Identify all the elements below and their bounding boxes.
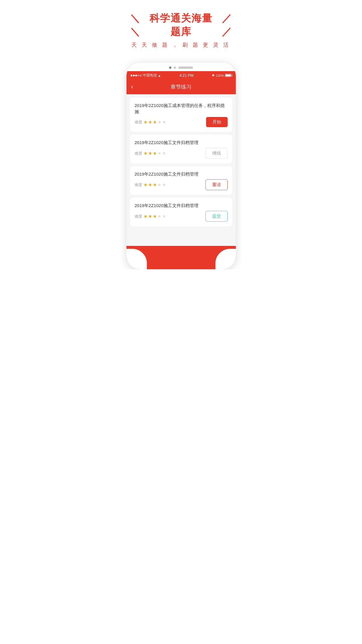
difficulty-2: 难度 ★ ★ ★ ★ ★	[135, 150, 166, 156]
phone-container: 中国电信 ▲ 4:21 PM ✱ 100% ‹ 章节练习	[121, 57, 241, 269]
curve-left	[126, 249, 147, 269]
signal-dot-1	[131, 75, 132, 76]
stars-4: ★ ★ ★ ★ ★	[143, 214, 166, 219]
continue-button-2[interactable]: 继续	[205, 148, 228, 159]
signal-dot-4	[138, 75, 139, 76]
signal-dot-3	[135, 75, 137, 76]
promo-title-text: 科学通关海量题库	[147, 12, 215, 38]
page-indicator-dot-2	[174, 66, 176, 69]
card-title-1: 2019年2Z1020施工成本管理的任务，程序和措施	[135, 102, 228, 115]
start-button-1[interactable]: 开始	[206, 117, 228, 127]
stars-1: ★ ★ ★ ★ ★	[143, 119, 166, 125]
star-3-1: ★	[143, 182, 147, 188]
signal-dots	[131, 75, 142, 76]
practice-card-3: 2019年2Z1020施工文件归档管理 难度 ★ ★ ★ ★ ★ 重读	[130, 166, 232, 195]
promo-title: ＼＼ 科学通关海量题库 ／／	[126, 12, 236, 38]
star-1-3: ★	[153, 119, 157, 125]
submit-button-4[interactable]: 提交	[205, 211, 228, 222]
phone-frame: 中国电信 ▲ 4:21 PM ✱ 100% ‹ 章节练习	[126, 63, 236, 269]
star-1-2: ★	[148, 119, 152, 125]
reread-button-3[interactable]: 重读	[205, 179, 228, 190]
bluetooth-icon: ✱	[212, 74, 215, 77]
stars-2: ★ ★ ★ ★ ★	[143, 150, 166, 156]
difficulty-label-2: 难度	[135, 151, 142, 156]
battery-body	[225, 74, 231, 77]
phone-top-bar	[126, 63, 236, 71]
star-3-5: ★	[162, 182, 166, 188]
signal-dot-5	[140, 75, 142, 76]
card-title-4: 2019年2Z1020施工文件归档管理	[135, 202, 228, 209]
slash-right-icon: ／／	[218, 12, 236, 38]
promo-section: ＼＼ 科学通关海量题库 ／／ 天 天 做 题 ， 刷 题 更 灵 活	[121, 0, 241, 57]
card-title-3: 2019年2Z1020施工文件归档管理	[135, 171, 228, 177]
phone-speaker	[178, 66, 193, 69]
star-4-3: ★	[153, 214, 157, 219]
status-left: 中国电信 ▲	[131, 73, 161, 78]
star-2-5: ★	[162, 150, 166, 156]
wifi-icon: ▲	[158, 74, 161, 77]
card-title-2: 2019年2Z1020施工文件归档管理	[135, 139, 228, 146]
bottom-decoration	[126, 246, 236, 269]
page-indicator-dot-1	[169, 66, 171, 69]
promo-subtitle: 天 天 做 题 ， 刷 题 更 灵 活	[126, 41, 236, 48]
practice-card-4: 2019年2Z1020施工文件归档管理 难度 ★ ★ ★ ★ ★ 提交	[130, 198, 232, 226]
star-3-4: ★	[157, 182, 161, 188]
star-4-4: ★	[157, 214, 161, 219]
signal-dot-2	[133, 75, 135, 76]
difficulty-3: 难度 ★ ★ ★ ★ ★	[135, 182, 166, 188]
battery-percentage: 100%	[216, 74, 224, 77]
practice-card-2: 2019年2Z1020施工文件归档管理 难度 ★ ★ ★ ★ ★ 继续	[130, 135, 232, 163]
status-bar: 中国电信 ▲ 4:21 PM ✱ 100%	[126, 71, 236, 80]
nav-bar: ‹ 章节练习	[126, 80, 236, 94]
battery-icon	[225, 74, 231, 77]
card-bottom-1: 难度 ★ ★ ★ ★ ★ 开始	[135, 117, 228, 127]
star-4-5: ★	[162, 214, 166, 219]
star-4-1: ★	[143, 214, 147, 219]
curve-right	[215, 249, 236, 269]
status-right: ✱ 100%	[212, 74, 231, 77]
difficulty-1: 难度 ★ ★ ★ ★ ★	[135, 119, 166, 125]
card-bottom-4: 难度 ★ ★ ★ ★ ★ 提交	[135, 211, 228, 222]
difficulty-label-3: 难度	[135, 182, 142, 188]
star-2-2: ★	[148, 150, 152, 156]
star-3-3: ★	[153, 182, 157, 188]
difficulty-label-1: 难度	[135, 120, 142, 125]
difficulty-4: 难度 ★ ★ ★ ★ ★	[135, 214, 166, 219]
back-button[interactable]: ‹	[131, 83, 133, 91]
practice-card-1: 2019年2Z1020施工成本管理的任务，程序和措施 难度 ★ ★ ★ ★ ★ …	[130, 98, 232, 132]
status-time: 4:21 PM	[180, 73, 194, 78]
star-3-2: ★	[148, 182, 152, 188]
nav-title: 章节练习	[171, 83, 191, 90]
star-2-1: ★	[143, 150, 147, 156]
difficulty-label-4: 难度	[135, 214, 142, 219]
carrier-label: 中国电信	[143, 73, 157, 78]
card-bottom-2: 难度 ★ ★ ★ ★ ★ 继续	[135, 148, 228, 159]
star-2-4: ★	[157, 150, 161, 156]
slash-left-icon: ＼＼	[126, 12, 144, 38]
content-area: 2019年2Z1020施工成本管理的任务，程序和措施 难度 ★ ★ ★ ★ ★ …	[126, 94, 236, 246]
star-4-2: ★	[148, 214, 152, 219]
star-1-5: ★	[162, 119, 166, 125]
battery-fill	[226, 74, 231, 76]
star-2-3: ★	[153, 150, 157, 156]
stars-3: ★ ★ ★ ★ ★	[143, 182, 166, 188]
star-1-1: ★	[143, 119, 147, 125]
star-1-4: ★	[157, 119, 161, 125]
card-bottom-3: 难度 ★ ★ ★ ★ ★ 重读	[135, 179, 228, 190]
